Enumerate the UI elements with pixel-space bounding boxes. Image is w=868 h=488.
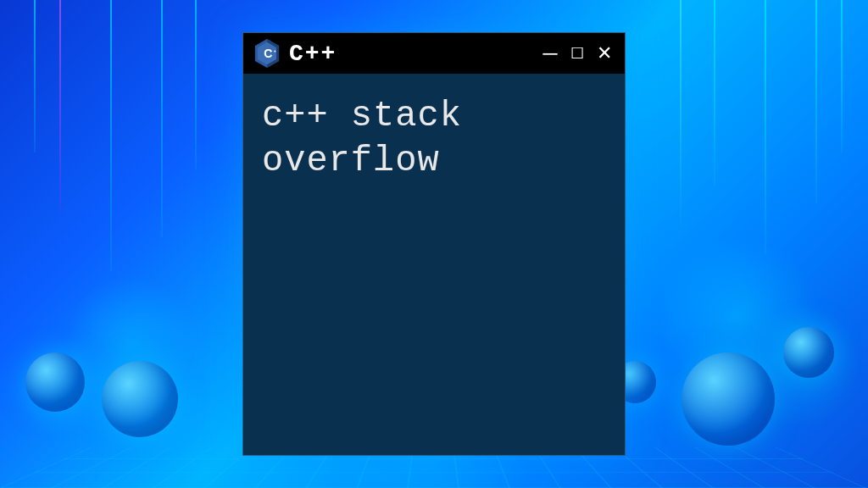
terminal-content: c++ stack overflow: [243, 74, 625, 203]
maximize-button[interactable]: ☐: [567, 46, 587, 61]
close-button[interactable]: ✕: [594, 44, 615, 63]
sphere-decoration: [25, 352, 85, 412]
terminal-window: C + + C++ ─ ☐ ✕ c++ stack overflow: [242, 32, 626, 456]
minimize-button[interactable]: ─: [540, 43, 560, 64]
sphere-decoration: [682, 352, 775, 446]
sphere-decoration: [102, 361, 178, 437]
svg-text:+: +: [274, 48, 276, 53]
svg-text:+: +: [270, 48, 272, 53]
sphere-decoration: [783, 327, 834, 378]
window-title: C++: [289, 41, 531, 67]
window-controls: ─ ☐ ✕: [540, 43, 615, 64]
titlebar[interactable]: C + + C++ ─ ☐ ✕: [243, 33, 625, 74]
cpp-logo-icon: C + +: [253, 38, 281, 69]
